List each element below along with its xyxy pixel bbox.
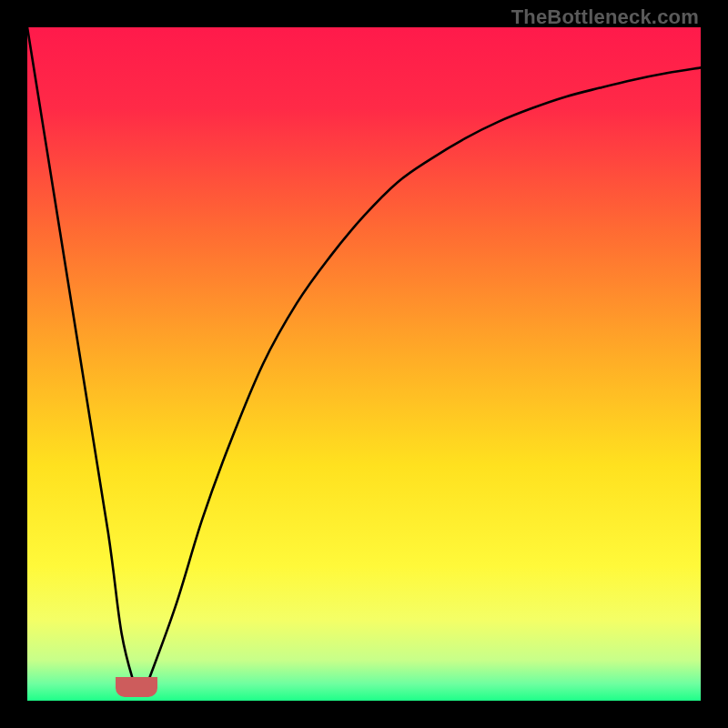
plot-area bbox=[27, 27, 701, 701]
curve-right-branch bbox=[148, 67, 701, 680]
optimal-marker bbox=[116, 677, 157, 697]
chart-frame: TheBottleneck.com bbox=[0, 0, 728, 728]
curve-left-branch bbox=[27, 27, 135, 687]
bottleneck-curve bbox=[27, 27, 701, 701]
watermark-text: TheBottleneck.com bbox=[511, 5, 699, 29]
